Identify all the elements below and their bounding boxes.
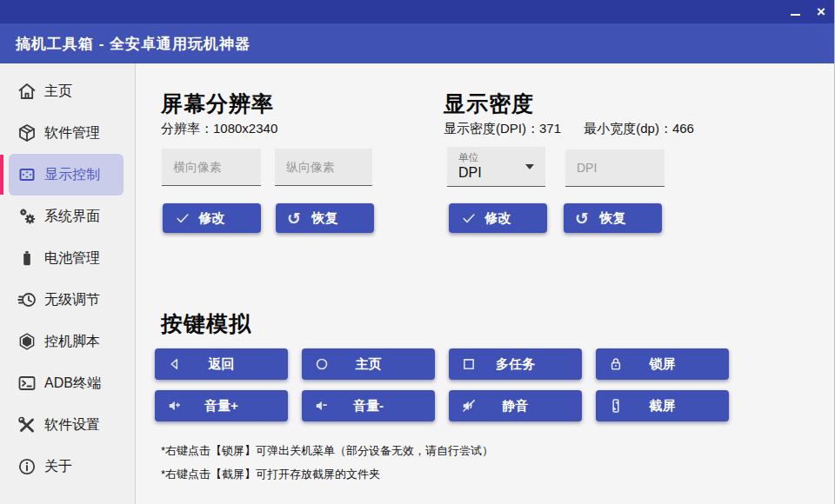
- sidebar-item-system-ui[interactable]: 系统界面: [9, 196, 124, 237]
- mute-button[interactable]: 静音: [449, 390, 582, 421]
- density-restore-button[interactable]: ↺ 恢复: [564, 203, 662, 233]
- density-heading: 显示密度: [444, 90, 534, 118]
- display-control-icon: [17, 164, 37, 185]
- check-icon: [460, 209, 478, 227]
- app-title: 搞机工具箱 - 全安卓通用玩机神器: [16, 34, 250, 54]
- sidebar-item-label: ADB终端: [44, 375, 101, 393]
- sidebar-item-adb-terminal[interactable]: ADB终端: [9, 362, 124, 404]
- sidebar-item-label: 控机脚本: [44, 333, 100, 351]
- resolution-apply-button[interactable]: 修改: [163, 203, 261, 233]
- check-icon: [174, 209, 191, 227]
- key-button-label: 音量+: [204, 398, 238, 414]
- minimize-button[interactable]: [782, 0, 808, 23]
- volume-up-icon: [166, 397, 184, 414]
- resolution-value: 1080x2340: [213, 121, 277, 136]
- recents-button[interactable]: 多任务: [449, 348, 582, 380]
- key-button-label: 返回: [209, 356, 235, 373]
- screenshot-button[interactable]: 截屏: [596, 390, 729, 421]
- tools-icon: [17, 414, 37, 435]
- resolution-apply-label: 修改: [199, 210, 225, 227]
- screenshot-note: *右键点击【截屏】可打开存放截屏的文件夹: [161, 467, 380, 482]
- sidebar-item-label: 主页: [44, 83, 72, 101]
- resolution-restore-label: 恢复: [312, 210, 338, 227]
- volume-down-button[interactable]: 音量-: [302, 390, 435, 421]
- sidebar-item-label: 系统界面: [44, 208, 100, 226]
- close-button[interactable]: ×: [808, 0, 834, 23]
- app-header: 搞机工具箱 - 全安卓通用玩机神器: [0, 23, 834, 63]
- nav-recents-icon: [460, 355, 478, 373]
- sidebar-item-app-manager[interactable]: 软件管理: [9, 112, 124, 154]
- volume-down-icon: [313, 397, 331, 414]
- sidebar-item-home[interactable]: 主页: [9, 70, 124, 112]
- density-restore-label: 恢复: [600, 210, 626, 227]
- width-pixels-input[interactable]: [162, 149, 261, 186]
- key-button-label: 锁屏: [650, 356, 676, 373]
- package-icon: [17, 123, 37, 143]
- content-panel: 屏幕分辨率 分辨率：1080x2340 修改 ↺ 恢复 显示密度 显示密度(DP…: [136, 63, 834, 504]
- sidebar-item-script[interactable]: 控机脚本: [9, 321, 124, 362]
- dpi-input[interactable]: [565, 149, 665, 187]
- minimize-icon: [791, 14, 800, 16]
- sidebar: 主页 软件管理 显示控制 系统界面 电池管理 无级调节: [0, 63, 136, 504]
- nav-home-icon: [313, 355, 331, 373]
- volume-up-button[interactable]: 音量+: [155, 390, 288, 421]
- stepless-tune-icon: [17, 289, 37, 310]
- restore-icon: ↺: [287, 210, 301, 227]
- terminal-icon: [17, 373, 37, 394]
- key-button-label: 音量-: [353, 398, 384, 414]
- lock-screen-button[interactable]: 锁屏: [596, 348, 729, 380]
- sidebar-item-battery[interactable]: 电池管理: [9, 237, 124, 279]
- density-minwidth-label: 最小宽度(dp)：: [584, 121, 672, 136]
- unit-select-label: 单位: [458, 151, 534, 164]
- back-button[interactable]: 返回: [155, 348, 288, 380]
- unit-select[interactable]: 单位 DPI: [447, 147, 545, 187]
- lock-icon: [607, 355, 625, 373]
- sidebar-item-about[interactable]: 关于: [9, 446, 124, 487]
- screenshot-icon: [607, 397, 625, 414]
- sidebar-item-label: 软件设置: [44, 416, 100, 434]
- sidebar-item-label: 软件管理: [44, 124, 100, 143]
- mute-icon: [460, 397, 478, 414]
- home-button[interactable]: 主页: [302, 348, 435, 380]
- keysim-heading: 按键模拟: [161, 309, 251, 338]
- sidebar-item-label: 无级调节: [44, 291, 100, 309]
- density-info: 显示密度(DPI)：371 最小宽度(dp)：466: [444, 121, 694, 137]
- sidebar-item-app-settings[interactable]: 软件设置: [9, 404, 124, 446]
- sidebar-item-display-control[interactable]: 显示控制: [9, 154, 124, 196]
- close-icon: ×: [817, 4, 825, 19]
- key-button-label: 主页: [356, 356, 382, 373]
- density-minwidth-value: 466: [672, 121, 694, 136]
- sidebar-item-label: 关于: [44, 458, 72, 476]
- resolution-label: 分辨率：: [161, 121, 213, 136]
- height-pixels-input[interactable]: [275, 149, 372, 186]
- sidebar-item-label: 电池管理: [44, 249, 100, 268]
- unit-select-value: DPI: [458, 165, 534, 181]
- info-icon: [17, 456, 37, 477]
- density-dpi-value: 371: [539, 121, 561, 136]
- key-button-label: 静音: [503, 398, 529, 414]
- resolution-restore-button[interactable]: ↺ 恢复: [276, 203, 374, 233]
- lock-note: *右键点击【锁屏】可弹出关机菜单（部分设备无效，请自行尝试）: [161, 443, 493, 459]
- home-icon: [17, 81, 37, 102]
- chevron-down-icon: [525, 164, 534, 169]
- key-button-label: 截屏: [650, 398, 676, 414]
- resolution-heading: 屏幕分辨率: [161, 90, 274, 118]
- selected-accent-bar: [0, 155, 3, 195]
- restore-icon: ↺: [575, 210, 589, 227]
- resolution-current: 分辨率：1080x2340: [161, 121, 277, 137]
- titlebar: ×: [0, 0, 834, 23]
- key-button-label: 多任务: [496, 356, 535, 373]
- battery-icon: [17, 248, 37, 269]
- density-dpi-label: 显示密度(DPI)：: [444, 121, 539, 136]
- gears-icon: [17, 206, 37, 227]
- nav-back-icon: [166, 355, 184, 373]
- hexagon-script-icon: [17, 331, 37, 352]
- density-apply-button[interactable]: 修改: [449, 203, 547, 233]
- sidebar-item-label: 显示控制: [44, 166, 100, 184]
- sidebar-item-stepless-tune[interactable]: 无级调节: [9, 279, 124, 321]
- density-apply-label: 修改: [485, 210, 511, 227]
